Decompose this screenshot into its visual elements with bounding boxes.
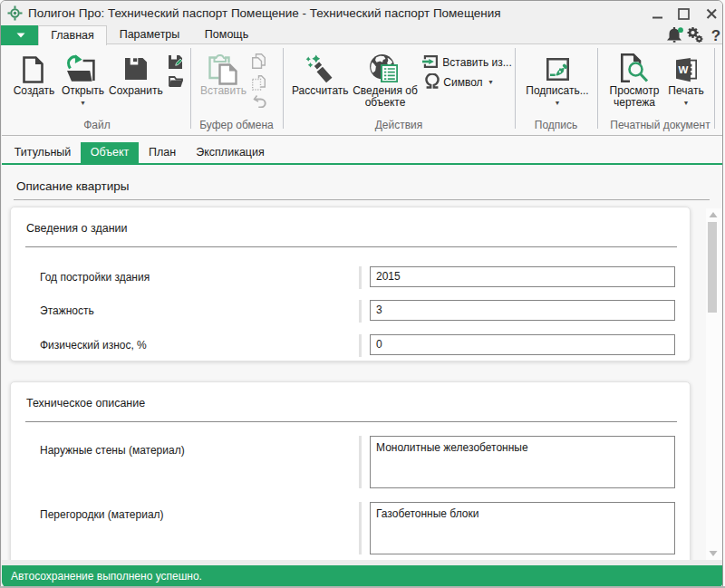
- svg-text:?: ?: [711, 27, 720, 43]
- svg-text:W: W: [679, 64, 689, 75]
